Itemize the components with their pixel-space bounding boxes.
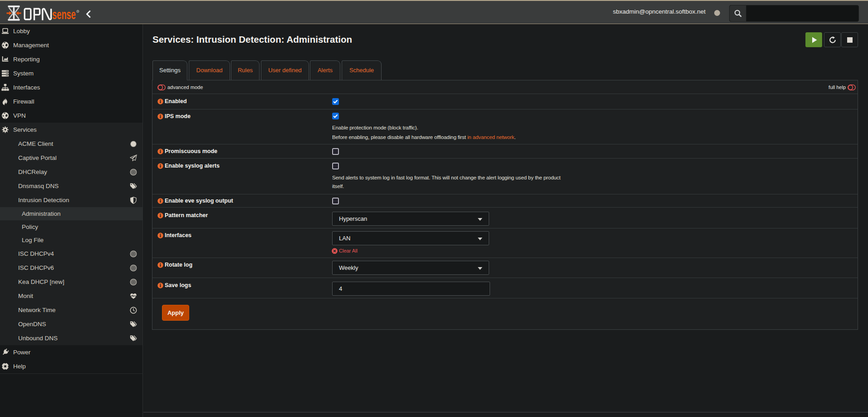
svg-text:sense: sense [52, 7, 76, 22]
